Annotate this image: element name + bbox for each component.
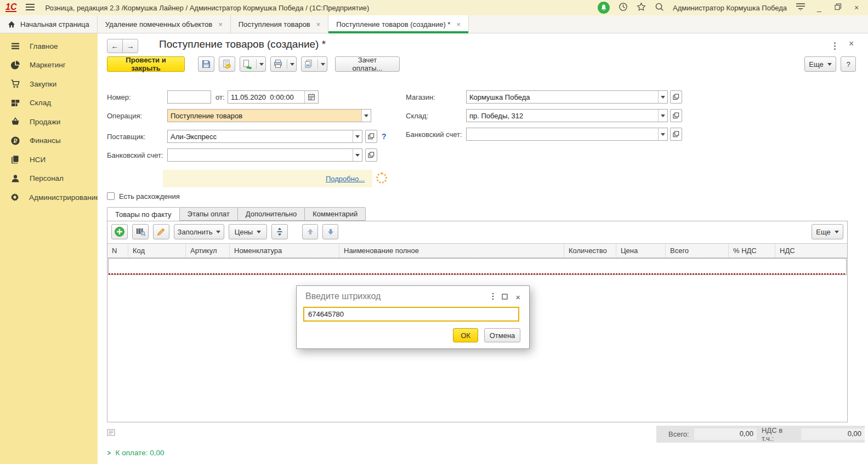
bank-account-input[interactable] <box>168 149 353 161</box>
tab-close-icon[interactable]: × <box>316 20 321 28</box>
help-button[interactable]: ? <box>841 56 856 72</box>
payment-offset-button[interactable]: Зачет оплаты... <box>335 56 400 72</box>
tab-close-icon[interactable]: × <box>456 20 461 28</box>
bank-account2-field <box>466 128 668 141</box>
tab-goods-receipts-list[interactable]: Поступления товаров × <box>231 15 329 33</box>
dialog-maximize-icon[interactable] <box>502 293 508 301</box>
to-pay-group[interactable]: > К оплате: 0,00 <box>107 449 164 457</box>
sidebar-item-main[interactable]: Главное <box>0 37 98 56</box>
column-header-total[interactable]: Всего <box>666 244 729 257</box>
fill-button[interactable]: Заполнить <box>174 224 224 239</box>
ok-button[interactable]: ОК <box>453 328 478 342</box>
column-header-vat-percent[interactable]: % НДС <box>729 244 775 257</box>
move-row-down-button[interactable] <box>322 224 338 239</box>
person-icon <box>10 174 20 184</box>
forward-button[interactable]: → <box>122 39 138 53</box>
add-row-button[interactable] <box>111 224 128 239</box>
main-menu-icon[interactable] <box>25 3 35 13</box>
dropdown-arrow-icon[interactable] <box>353 130 362 142</box>
column-header-full-name[interactable]: Наименование полное <box>339 244 564 257</box>
tab-home[interactable]: Начальная страница <box>0 15 98 33</box>
column-header-code[interactable]: Код <box>128 244 186 257</box>
tab-additional[interactable]: Дополнительно <box>237 207 305 221</box>
column-header-n[interactable]: N <box>107 244 128 257</box>
move-row-up-button[interactable] <box>302 224 318 239</box>
sidebar-item-marketing[interactable]: Маркетинг <box>0 56 98 75</box>
to-pay-link[interactable]: К оплате: 0,00 <box>116 449 164 457</box>
tab-payment-stages[interactable]: Этапы оплат <box>179 207 238 221</box>
minimize-button[interactable]: _ <box>814 3 824 12</box>
dropdown-arrow-icon[interactable] <box>658 110 667 122</box>
reference-books-icon <box>10 154 20 164</box>
search-icon[interactable] <box>655 2 664 13</box>
restore-button[interactable] <box>833 3 843 12</box>
expand-rows-button[interactable] <box>271 224 288 239</box>
barcode-search-button[interactable] <box>132 224 149 239</box>
dialog-close-icon[interactable]: × <box>515 293 520 302</box>
sidebar-item-purchases[interactable]: Закупки <box>0 75 98 94</box>
dialog-menu-dots-icon[interactable] <box>492 293 494 302</box>
column-header-price[interactable]: Цена <box>616 244 666 257</box>
details-link[interactable]: Подробно... <box>326 175 365 183</box>
cancel-button[interactable]: Отмена <box>484 328 520 342</box>
supplier-open-button[interactable] <box>365 130 377 143</box>
create-based-on-button[interactable] <box>240 56 266 72</box>
edit-row-button[interactable] <box>153 224 169 239</box>
sidebar-item-nsi[interactable]: НСИ <box>0 150 98 169</box>
form-more-button[interactable]: Еще <box>804 56 836 72</box>
history-nav-group: ← → <box>107 39 138 53</box>
post-and-close-button[interactable]: Провести и закрыть <box>107 56 185 72</box>
table-summary-icon[interactable] <box>107 429 115 438</box>
bank-account2-input[interactable] <box>467 128 658 140</box>
post-document-button[interactable] <box>219 56 235 72</box>
dropdown-arrow-icon[interactable] <box>361 110 371 122</box>
warehouse-open-button[interactable] <box>670 109 682 122</box>
calendar-icon[interactable] <box>304 91 318 103</box>
warehouse-input[interactable] <box>467 110 658 122</box>
sidebar-item-finance[interactable]: Р Финансы <box>0 131 98 151</box>
store-input[interactable] <box>467 91 658 103</box>
number-input[interactable] <box>167 90 211 104</box>
bank-account-open-button[interactable] <box>365 148 377 162</box>
form-menu-dots-icon[interactable] <box>833 42 836 52</box>
tab-close-icon[interactable]: × <box>218 20 223 28</box>
tab-goods-receipt-new[interactable]: Поступление товаров (создание) * × <box>328 15 469 33</box>
column-header-article[interactable]: Артикул <box>186 244 230 257</box>
favorites-icon[interactable] <box>637 2 646 13</box>
operation-input[interactable] <box>168 110 361 122</box>
column-header-nomenclature[interactable]: Номенклатура <box>230 244 339 257</box>
dropdown-arrow-icon[interactable] <box>353 149 362 161</box>
current-user[interactable]: Администратор Кормушка Победа <box>673 4 787 12</box>
close-window-button[interactable]: × <box>852 3 861 12</box>
barcode-input[interactable] <box>303 307 519 322</box>
supplier-input[interactable] <box>168 130 353 142</box>
dropdown-arrow-icon[interactable] <box>658 128 667 140</box>
bank-account2-open-button[interactable] <box>670 128 682 141</box>
supplier-help-link[interactable]: ? <box>382 132 387 141</box>
notifications-icon[interactable] <box>598 2 610 14</box>
back-button[interactable]: ← <box>107 39 123 53</box>
discrepancy-checkbox[interactable] <box>107 192 115 200</box>
table-new-row-focus[interactable] <box>108 258 847 275</box>
sidebar-item-personnel[interactable]: Персонал <box>0 169 98 188</box>
print-button[interactable] <box>270 56 297 72</box>
dropdown-arrow-icon[interactable] <box>658 91 667 103</box>
sidebar-item-administration[interactable]: Администрирование <box>0 188 98 207</box>
reports-button[interactable] <box>301 56 327 72</box>
date-input[interactable] <box>228 91 304 103</box>
sidebar-item-warehouse[interactable]: Склад <box>0 94 98 113</box>
prices-button[interactable]: Цены <box>229 224 267 239</box>
tab-deletion-marked-objects[interactable]: Удаление помеченных объектов × <box>98 15 231 33</box>
user-menu-icon[interactable] <box>796 3 805 13</box>
tab-comment[interactable]: Комментарий <box>304 207 366 221</box>
form-close-icon[interactable]: × <box>849 39 854 49</box>
save-button[interactable] <box>198 56 214 72</box>
loading-spinner-icon <box>376 173 387 184</box>
column-header-vat[interactable]: НДС <box>775 244 847 257</box>
store-open-button[interactable] <box>670 90 682 104</box>
history-icon[interactable] <box>619 2 628 13</box>
column-header-quantity[interactable]: Количество <box>564 244 616 257</box>
sidebar-item-sales[interactable]: Продажи <box>0 112 98 131</box>
tab-goods-actual[interactable]: Товары по факту <box>107 207 180 221</box>
table-more-button[interactable]: Еще <box>812 224 843 239</box>
